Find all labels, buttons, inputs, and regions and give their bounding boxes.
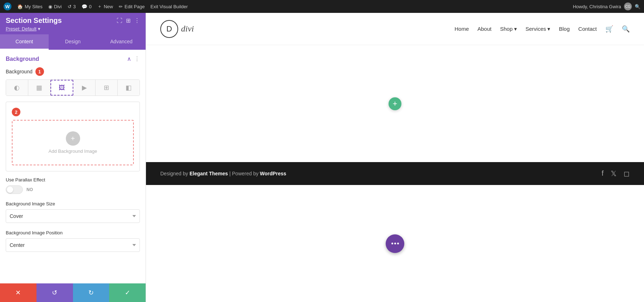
bubble-dot-3 xyxy=(397,243,399,244)
floating-action-bubble[interactable] xyxy=(386,234,404,253)
sites-icon: 🏠 xyxy=(17,4,23,9)
nav-shop[interactable]: Shop ▾ xyxy=(500,26,517,32)
section-controls: ∧ ⋮ xyxy=(127,55,140,62)
panel-title: Section Settings xyxy=(6,16,62,25)
section-more-menu[interactable]: ⋮ xyxy=(134,55,140,62)
color-icon: ◐ xyxy=(14,84,20,92)
wordpress-icon[interactable]: W xyxy=(4,3,11,10)
comments-icon: 💬 xyxy=(82,4,87,9)
action-bar: ✕ ↺ ↻ ✓ xyxy=(0,283,146,302)
bg-type-gradient[interactable]: ▦ xyxy=(28,80,50,96)
step-badge-1: 1 xyxy=(35,67,44,76)
add-section-button[interactable]: + xyxy=(389,97,401,110)
admin-bar: W 🏠 My Sites ◉ Divi ↺ 3 💬 0 ＋ New ✏ Edit… xyxy=(0,0,644,13)
step2-row: 2 xyxy=(12,108,134,116)
parallax-label: Use Parallax Effect xyxy=(6,177,140,182)
shop-dropdown-icon: ▾ xyxy=(514,26,517,32)
new-button[interactable]: ＋ New xyxy=(97,3,113,10)
cancel-button[interactable]: ✕ xyxy=(0,283,36,302)
bg-image-position-label: Background Image Position xyxy=(6,230,140,235)
updates-menu[interactable]: ↺ 3 xyxy=(68,4,76,9)
panel-tabs: Content Design Advanced xyxy=(0,34,146,50)
admin-search-button[interactable]: 🔍 xyxy=(635,4,640,9)
page-preview: D divi Home About Shop ▾ Services ▾ xyxy=(146,13,644,302)
elegant-themes-link[interactable]: Elegant Themes xyxy=(190,171,228,176)
search-icon[interactable]: 🔍 xyxy=(622,25,630,33)
section-title: Background xyxy=(6,56,39,62)
parallax-toggle-row: NO xyxy=(6,185,140,194)
gradient-icon: ▦ xyxy=(36,84,42,92)
background-section: Background ∧ ⋮ Background 1 xyxy=(0,50,146,265)
step-badge-2: 2 xyxy=(12,108,20,116)
site-logo[interactable]: D divi xyxy=(160,20,194,38)
undo-button[interactable]: ↺ xyxy=(36,283,73,302)
panel-header: Section Settings ⛶ ⊞ ⋮ Preset: Default ▾ xyxy=(0,13,146,34)
mask-icon: ◧ xyxy=(126,84,132,92)
cart-icon[interactable]: 🛒 xyxy=(605,25,613,33)
footer-text: Designed by Elegant Themes | Powered by … xyxy=(160,171,286,176)
layout-icon[interactable]: ⊞ xyxy=(126,17,131,24)
save-button[interactable]: ✓ xyxy=(109,283,146,302)
comments-menu[interactable]: 💬 0 xyxy=(82,4,92,9)
divi-icon: ◉ xyxy=(48,4,52,9)
add-image-circle: + xyxy=(66,131,80,146)
pattern-icon: ⊞ xyxy=(104,84,109,92)
redo-button[interactable]: ↻ xyxy=(73,283,109,302)
more-options-icon[interactable]: ⋮ xyxy=(134,17,140,24)
background-field-label: Background xyxy=(6,69,33,74)
bg-type-row: ◐ ▦ 🖼 ▶ ⊞ ◧ xyxy=(6,79,140,96)
user-avatar[interactable]: CG xyxy=(624,3,632,10)
bg-image-position-field: Background Image Position Center Top Lef… xyxy=(6,230,140,252)
main-container: Section Settings ⛶ ⊞ ⋮ Preset: Default ▾… xyxy=(0,13,644,302)
preset-label[interactable]: Preset: Default ▾ xyxy=(6,26,140,31)
facebook-icon[interactable]: f xyxy=(601,169,604,178)
bg-type-color[interactable]: ◐ xyxy=(6,80,28,96)
bg-type-video[interactable]: ▶ xyxy=(73,80,96,96)
edit-page-button[interactable]: ✏ Edit Page xyxy=(119,4,145,9)
video-icon: ▶ xyxy=(82,84,87,92)
main-content-area: + xyxy=(146,45,644,162)
bubble-dot-1 xyxy=(391,243,393,244)
bg-type-pattern[interactable]: ⊞ xyxy=(96,80,118,96)
divi-menu[interactable]: ◉ Divi xyxy=(48,4,62,9)
my-sites-menu[interactable]: 🏠 My Sites xyxy=(17,4,43,9)
tab-content[interactable]: Content xyxy=(0,34,49,50)
nav-contact[interactable]: Contact xyxy=(578,26,597,32)
admin-bar-right: Howdy, Christina Gwira CG 🔍 xyxy=(573,3,640,10)
tab-advanced[interactable]: Advanced xyxy=(97,34,146,50)
page-body: + Designed by Elegant Themes | Powered b… xyxy=(146,45,644,302)
bg-image-size-field: Background Image Size Cover Contain Auto… xyxy=(6,201,140,223)
parallax-toggle[interactable] xyxy=(6,185,23,194)
nav-about[interactable]: About xyxy=(477,26,491,32)
plus-icon: + xyxy=(71,135,75,143)
bg-image-size-select[interactable]: Cover Contain Auto Custom xyxy=(6,209,140,223)
add-background-image-button[interactable]: + Add Background Image xyxy=(12,120,134,165)
plus-icon: ＋ xyxy=(97,3,102,10)
fullscreen-icon[interactable]: ⛶ xyxy=(117,18,122,24)
collapse-toggle[interactable]: ∧ xyxy=(127,55,131,62)
nav-blog[interactable]: Blog xyxy=(559,26,570,32)
instagram-icon[interactable]: ◻ xyxy=(624,169,630,178)
services-dropdown-icon: ▾ xyxy=(547,26,550,32)
panel-header-icons: ⛶ ⊞ ⋮ xyxy=(117,17,140,24)
exit-builder-button[interactable]: Exit Visual Builder xyxy=(150,4,188,9)
footer-socials: f 𝕏 ◻ xyxy=(601,169,630,178)
bg-type-mask[interactable]: ◧ xyxy=(118,80,140,96)
wordpress-link[interactable]: WordPress xyxy=(260,171,286,176)
bubble-dot-2 xyxy=(394,243,396,244)
tab-design[interactable]: Design xyxy=(49,34,97,50)
image-upload-container: 2 + Add Background Image xyxy=(6,102,140,171)
background-label-row: Background 1 xyxy=(6,67,140,76)
logo-circle: D xyxy=(160,20,178,38)
twitter-icon[interactable]: 𝕏 xyxy=(611,169,616,178)
pencil-icon: ✏ xyxy=(119,4,123,9)
parallax-field: Use Parallax Effect NO xyxy=(6,177,140,194)
nav-home[interactable]: Home xyxy=(454,26,469,32)
panel-header-top: Section Settings ⛶ ⊞ ⋮ xyxy=(6,16,140,25)
parallax-value: NO xyxy=(26,187,33,192)
nav-services[interactable]: Services ▾ xyxy=(526,26,551,32)
bg-type-image[interactable]: 🖼 xyxy=(50,80,74,96)
panel-content: Background ∧ ⋮ Background 1 xyxy=(0,50,146,283)
site-footer: Designed by Elegant Themes | Powered by … xyxy=(146,162,644,185)
bg-image-position-select[interactable]: Center Top Left Top Center Top Right Cen… xyxy=(6,238,140,252)
